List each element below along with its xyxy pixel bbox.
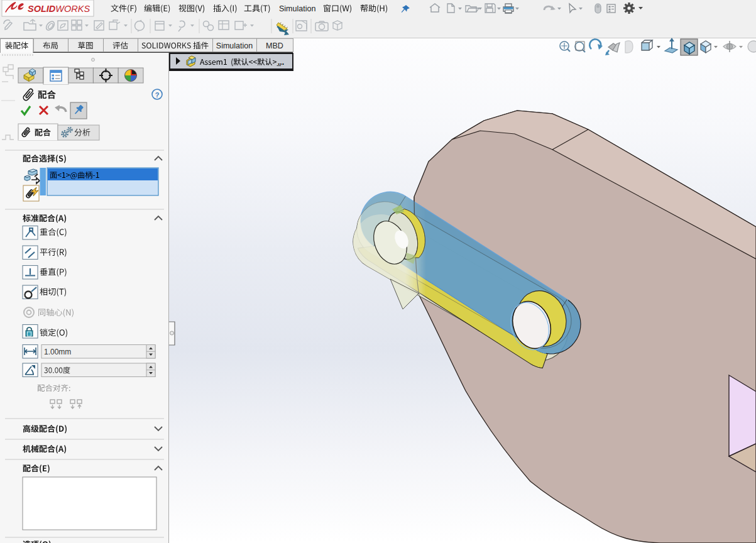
svg-text:Simulation: Simulation <box>279 4 315 13</box>
svg-text:?: ? <box>155 91 160 99</box>
svg-text:SOLIDWORKS: SOLIDWORKS <box>28 4 90 14</box>
svg-text:1.00mm: 1.00mm <box>44 348 71 356</box>
svg-text:...: ... <box>278 58 284 67</box>
svg-text:Simulation: Simulation <box>216 41 253 50</box>
svg-text:MBD: MBD <box>266 41 283 50</box>
